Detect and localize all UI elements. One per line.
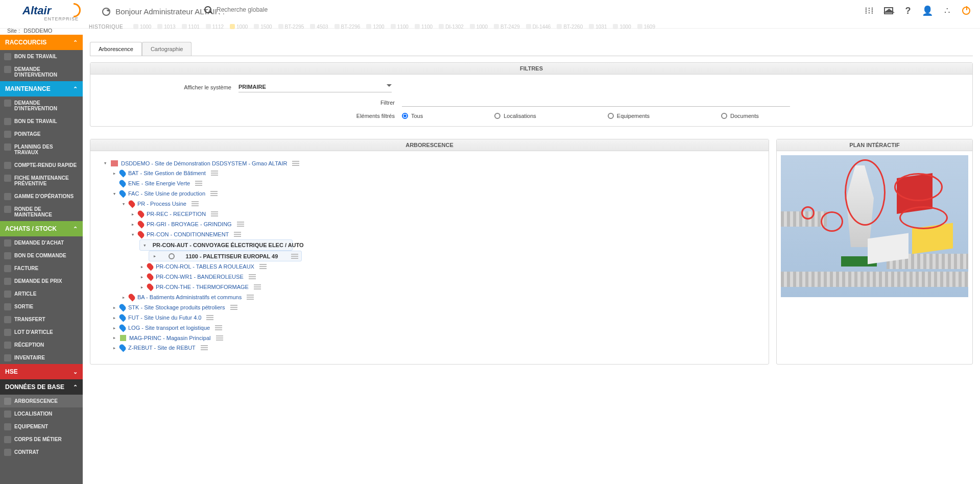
home-icon[interactable] bbox=[883, 5, 894, 16]
nav-item[interactable]: DEMANDE D'INTERVENTION bbox=[0, 63, 83, 81]
tree-node[interactable]: ▸PR-CON-THE - THERMOFORMAGE bbox=[139, 282, 763, 292]
node-menu-icon[interactable] bbox=[249, 274, 256, 279]
tree-node[interactable]: ▸Z-REBUT - Site de REBUT bbox=[112, 343, 763, 353]
nav-item[interactable]: CORPS DE MÉTIER bbox=[0, 433, 83, 446]
node-menu-icon[interactable] bbox=[211, 211, 218, 216]
tree-node[interactable]: ▸PR-CON-WR1 - BANDEROLEUSE bbox=[139, 272, 763, 282]
nav-item[interactable]: DEMANDE D'INTERVENTION bbox=[0, 96, 83, 115]
node-menu-icon[interactable] bbox=[211, 171, 218, 176]
node-menu-icon[interactable] bbox=[201, 345, 208, 350]
tree-node[interactable]: ▸MAG-PRINC - Magasin Principal bbox=[112, 333, 763, 343]
node-menu-icon[interactable] bbox=[195, 181, 202, 186]
tree-twisty[interactable]: ▸ bbox=[130, 211, 135, 217]
history-chip[interactable]: 4503 bbox=[310, 24, 328, 30]
tree-twisty[interactable]: ▸ bbox=[112, 170, 117, 177]
nav-item[interactable]: COMPTE-RENDU RAPIDE bbox=[0, 159, 83, 172]
nav-item[interactable]: GAMME D'OPÉRATIONS bbox=[0, 190, 83, 203]
history-chip[interactable]: 1112 bbox=[206, 24, 224, 30]
history-chip[interactable]: 1609 bbox=[637, 24, 655, 30]
refresh-icon[interactable] bbox=[102, 8, 110, 16]
nav-section-maintenance[interactable]: MAINTENANCE⌃ bbox=[0, 81, 83, 96]
nav-item[interactable]: EQUIPEMENT bbox=[0, 420, 83, 433]
history-chip[interactable]: 1000 bbox=[133, 24, 151, 30]
tree-node[interactable]: ENE - Site Energie Verte bbox=[112, 178, 763, 188]
tree-node[interactable]: ▸PR-GRI - BROYAGE - GRINDING bbox=[130, 219, 763, 229]
nav-item[interactable]: LOT D'ARTICLE bbox=[0, 326, 83, 338]
tree-node[interactable]: ▸FUT - Site Usine du Futur 4.0 bbox=[112, 312, 763, 323]
history-chip[interactable]: 1013 bbox=[157, 24, 175, 30]
history-chip[interactable]: BT-2295 bbox=[278, 24, 304, 30]
history-chip[interactable]: 1000 bbox=[470, 24, 488, 30]
history-chip[interactable]: DI-1446 bbox=[526, 24, 551, 30]
node-menu-icon[interactable] bbox=[292, 161, 299, 166]
history-chip[interactable]: 1000 bbox=[230, 24, 248, 30]
node-menu-icon[interactable] bbox=[259, 264, 267, 269]
stats-icon[interactable]: ⁞⁝⁞ bbox=[864, 5, 875, 16]
nav-item[interactable]: BON DE TRAVAIL bbox=[0, 115, 83, 128]
nav-item[interactable]: LOCALISATION bbox=[0, 407, 83, 420]
help-icon[interactable]: ? bbox=[902, 5, 914, 16]
tree-twisty[interactable]: ▸ bbox=[130, 221, 135, 228]
nav-item[interactable]: INVENTAIRE bbox=[0, 351, 83, 364]
filter-input[interactable] bbox=[402, 99, 790, 107]
tree-node[interactable]: ▾PR-CON-AUT - CONVOYAGE ÉLECTRIQUE ELEC … bbox=[139, 239, 293, 251]
tree-twisty[interactable]: ▾ bbox=[143, 242, 147, 249]
history-chip[interactable]: BT-2429 bbox=[494, 24, 520, 30]
history-chip[interactable]: BT-2296 bbox=[334, 24, 361, 30]
nav-item[interactable]: TRANSFERT bbox=[0, 313, 83, 326]
nav-item[interactable]: ARBORESCENCE bbox=[0, 395, 83, 407]
system-select[interactable]: PRIMAIRE bbox=[238, 82, 392, 92]
tree-node[interactable]: ▾PR-CON - CONDITIONNEMENT bbox=[130, 229, 763, 239]
tree-node[interactable]: ▸BAT - Site Gestion de Bâtiment bbox=[112, 168, 763, 178]
filter-radio-documents[interactable]: Documents bbox=[721, 113, 759, 119]
tree-twisty[interactable]: ▸ bbox=[152, 253, 157, 259]
tree-twisty[interactable]: ▸ bbox=[139, 284, 145, 291]
history-chip[interactable]: 1031 bbox=[589, 24, 607, 30]
history-chip[interactable]: BT-2260 bbox=[557, 24, 583, 30]
nav-item[interactable]: RÉCEPTION bbox=[0, 338, 83, 351]
tree-twisty[interactable]: ▾ bbox=[112, 190, 117, 197]
tree-root[interactable]: ▾DSDDEMO - Site de Démonstration DSDSYST… bbox=[103, 158, 763, 168]
nav-item[interactable]: BON DE COMMANDE bbox=[0, 249, 83, 262]
tree-twisty[interactable]: ▸ bbox=[112, 334, 117, 341]
share-icon[interactable]: ∴ bbox=[941, 5, 952, 16]
search-input[interactable] bbox=[217, 6, 319, 13]
tree-node[interactable]: ▸PR-REC - RECEPTION bbox=[130, 209, 763, 219]
tree-node[interactable]: ▾PR - Process Usine bbox=[121, 199, 763, 209]
tree-twisty[interactable]: ▾ bbox=[121, 201, 126, 207]
nav-section-hse[interactable]: HSE⌄ bbox=[0, 364, 83, 379]
nav-item[interactable]: FICHE MAINTENANCE PRÉVENTIVE bbox=[0, 172, 83, 190]
node-menu-icon[interactable] bbox=[215, 325, 222, 330]
nav-item[interactable]: ARTICLE bbox=[0, 287, 83, 300]
node-menu-icon[interactable] bbox=[192, 201, 199, 206]
tree-node[interactable]: ▸LOG - Site transport et logistique bbox=[112, 323, 763, 333]
tree-node[interactable]: ▸BA - Batiments Administratifs et commun… bbox=[121, 292, 763, 302]
history-chip[interactable]: 1200 bbox=[366, 24, 384, 30]
history-chip[interactable]: DI-1302 bbox=[439, 24, 464, 30]
nav-item[interactable]: SORTIE bbox=[0, 300, 83, 313]
filter-radio-equipements[interactable]: Equipements bbox=[608, 113, 650, 119]
node-menu-icon[interactable] bbox=[237, 222, 244, 227]
tab-cartographie[interactable]: Cartographie bbox=[142, 42, 192, 56]
history-chip[interactable]: 1100 bbox=[391, 24, 409, 30]
node-menu-icon[interactable] bbox=[210, 191, 218, 196]
tree-twisty[interactable]: ▸ bbox=[139, 274, 145, 280]
nav-item[interactable]: POINTAGE bbox=[0, 128, 83, 140]
tree-twisty[interactable]: ▸ bbox=[121, 294, 126, 301]
node-menu-icon[interactable] bbox=[247, 295, 254, 300]
nav-section-raccourcis[interactable]: RACCOURCIS⌃ bbox=[0, 35, 83, 50]
tree-twisty[interactable]: ▸ bbox=[112, 314, 117, 321]
tree-twisty[interactable]: ▸ bbox=[112, 304, 117, 311]
interactive-plan-image[interactable] bbox=[781, 155, 968, 297]
tree-twisty[interactable]: ▸ bbox=[112, 325, 117, 331]
filter-radio-localisations[interactable]: Localisations bbox=[494, 113, 536, 119]
filter-radio-tous[interactable]: Tous bbox=[402, 113, 423, 119]
history-chip[interactable]: 1000 bbox=[613, 24, 631, 30]
nav-item[interactable]: PLANNING DES TRAVAUX bbox=[0, 140, 83, 159]
nav-item[interactable]: CONTRAT bbox=[0, 446, 83, 458]
history-chip[interactable]: 1500 bbox=[254, 24, 272, 30]
nav-section-donn-es-de-base[interactable]: DONNÉES DE BASE⌃ bbox=[0, 379, 83, 395]
history-chip[interactable]: 1101 bbox=[182, 24, 200, 30]
nav-section-achats-stock[interactable]: ACHATS / STOCK⌃ bbox=[0, 221, 83, 236]
user-icon[interactable]: 👤 bbox=[922, 5, 933, 16]
